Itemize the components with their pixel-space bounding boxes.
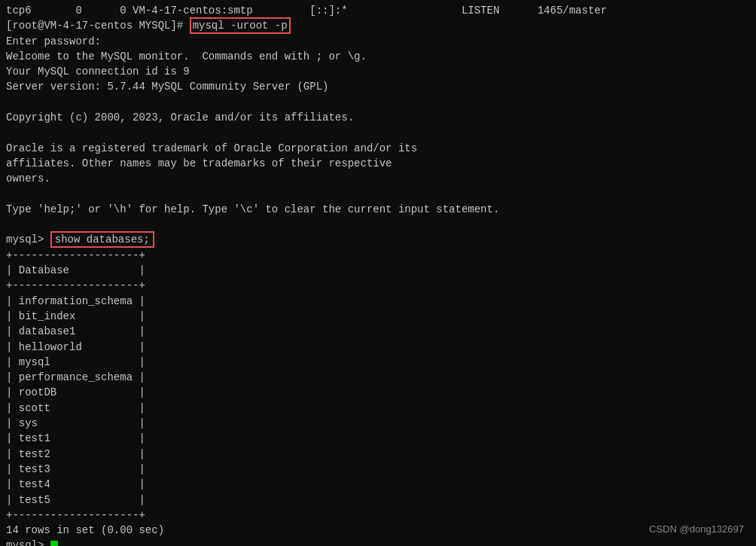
blank-line-3 xyxy=(6,187,750,202)
oracle-trademark-line2: affiliates. Other names may be trademark… xyxy=(6,156,750,171)
oracle-trademark-line1: Oracle is a registered trademark of Orac… xyxy=(6,141,750,156)
blank-line-2 xyxy=(6,125,750,140)
db-information-schema: | information_schema | xyxy=(6,294,750,309)
terminal-window: tcp6 0 0 VM-4-17-centos:smtp [::]:* LIST… xyxy=(0,0,756,546)
rows-in-set: 14 rows in set (0.00 sec) xyxy=(6,523,750,538)
csdn-watermark: CSDN @dong132697 xyxy=(649,523,744,537)
db-test1: | test1 | xyxy=(6,431,750,446)
db-bit-index: | bit_index | xyxy=(6,309,750,324)
login-cmd-line: [root@VM-4-17-centos MYSQL]# mysql -uroo… xyxy=(6,18,750,33)
table-header-border: +--------------------+ xyxy=(6,278,750,293)
db-test5: | test5 | xyxy=(6,493,750,508)
db-database1: | database1 | xyxy=(6,324,750,339)
blank-line-1 xyxy=(6,95,750,110)
blank-line-4 xyxy=(6,217,750,232)
cursor xyxy=(50,541,58,546)
table-header: | Database | xyxy=(6,263,750,278)
show-databases-cmd-line: mysql> show databases; xyxy=(6,232,750,247)
table-border-top: +--------------------+ xyxy=(6,248,750,263)
show-databases-highlight: show databases; xyxy=(50,231,154,248)
db-sys: | sys | xyxy=(6,416,750,431)
db-helloworld: | helloworld | xyxy=(6,340,750,355)
db-test3: | test3 | xyxy=(6,462,750,477)
db-rootdb: | rootDB | xyxy=(6,385,750,400)
enter-password-line: Enter password: xyxy=(6,34,750,49)
bottom-prompt-line: mysql> xyxy=(6,538,750,546)
tcp-line: tcp6 0 0 VM-4-17-centos:smtp [::]:* LIST… xyxy=(6,3,750,18)
help-line: Type 'help;' or '\h' for help. Type '\c'… xyxy=(6,202,750,217)
oracle-trademark-line3: owners. xyxy=(6,171,750,186)
welcome-line: Welcome to the MySQL monitor. Commands e… xyxy=(6,49,750,64)
bottom-prompt-text: mysql> xyxy=(6,538,50,546)
db-mysql: | mysql | xyxy=(6,355,750,370)
table-border-bottom: +--------------------+ xyxy=(6,508,750,523)
db-scott: | scott | xyxy=(6,401,750,416)
db-performance-schema: | performance_schema | xyxy=(6,370,750,385)
db-test2: | test2 | xyxy=(6,447,750,462)
server-version-line: Server version: 5.7.44 MySQL Community S… xyxy=(6,79,750,94)
db-test4: | test4 | xyxy=(6,477,750,492)
prompt-2: mysql> xyxy=(6,233,50,246)
mysql-command-highlight: mysql -uroot -p xyxy=(190,17,291,34)
prompt-1: [root@VM-4-17-centos MYSQL]# xyxy=(6,20,190,32)
copyright-line: Copyright (c) 2000, 2023, Oracle and/or … xyxy=(6,110,750,125)
connection-id-line: Your MySQL connection id is 9 xyxy=(6,64,750,79)
